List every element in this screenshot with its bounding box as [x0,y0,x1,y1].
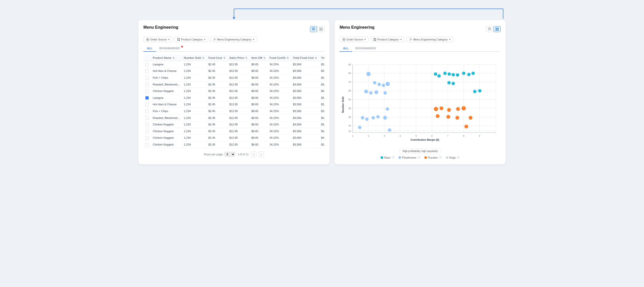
cell-food_cost: $2.45 [206,108,227,115]
row-checkbox[interactable] [145,69,149,73]
col-sales-price[interactable]: Sales Price ⇅ [227,55,250,61]
svg-point-26 [343,39,344,40]
col-product-name[interactable]: Product Name ⇅ [151,55,182,61]
svg-point-100 [447,81,451,84]
table-view-btn[interactable] [310,26,317,32]
svg-point-98 [473,90,476,93]
svg-point-108 [446,115,450,119]
svg-text:90: 90 [348,63,351,66]
cell-number_sold: 1,234 [182,81,207,88]
cell-item_cm: $8.65 [249,101,267,108]
tab-bookmarked-left[interactable]: BOOKMARKED [156,45,183,52]
svg-point-107 [469,116,472,120]
row-checkbox[interactable] [145,110,149,113]
row-checkbox[interactable] [145,136,149,139]
cell-food_cost: $2.45 [206,128,227,134]
tab-all-left[interactable]: ALL [143,45,156,52]
row-checkbox[interactable] [145,76,149,79]
svg-point-86 [386,107,389,111]
cell-item_cm: $8.65 [249,88,267,94]
cell-name: Chicken Nuggets [151,128,182,134]
row-checkbox[interactable] [145,143,149,146]
scatter-chart: Number Sold 90 80 70 60 50 40 30 20 [340,55,501,159]
table-row: Chicken Nuggets1,234$2.45$12.95$8.6534.2… [143,141,325,148]
row-checkbox[interactable] [145,130,149,133]
rows-per-page-select[interactable]: 8 16 32 [224,152,235,157]
cell-item_cm: $8.65 [249,94,267,101]
cell-number_sold: 1,234 [182,141,207,148]
row-checkbox[interactable] [145,89,149,93]
svg-text:40: 40 [348,107,351,110]
cell-number_sold: 1,234 [182,114,207,121]
tab-bookmarked-right[interactable]: BOOKMARKED [352,45,379,52]
cell-number_sold: 1,234 [182,68,207,74]
stars-dot [381,156,383,159]
row-checkbox[interactable] [145,83,149,86]
right-chart-view-btn[interactable] [494,26,501,32]
svg-point-103 [439,106,443,110]
right-tabs: ALL BOOKMARKED [340,45,501,52]
col-total-food-cost[interactable]: Total Food Cost ⇅ [291,55,319,61]
grid-view-btn[interactable] [317,26,325,32]
cell-number_sold: 1,234 [182,94,207,101]
cell-name: Chicken Nuggets [151,121,182,128]
svg-point-78 [369,91,373,94]
row-checkbox[interactable] [145,103,149,106]
order-source-filter[interactable]: Order Source ▾ [143,37,172,42]
right-table-view-btn[interactable] [486,26,493,32]
prev-page-btn[interactable]: ‹ [251,152,256,157]
svg-point-96 [467,73,470,76]
right-order-source-filter[interactable]: Order Source ▾ [340,37,369,42]
cell-number_sold: 1,234 [182,74,207,81]
col-item-cm[interactable]: Item CM ⇅ [249,55,267,61]
legend-puzzles: Puzzles ⓘ [424,156,442,159]
svg-point-93 [452,73,455,76]
row-checkbox[interactable] [145,123,149,126]
next-page-btn[interactable]: › [259,152,264,157]
svg-point-110 [436,114,439,118]
cell-total_food_cost: $3,566 [291,74,319,81]
svg-text:60: 60 [348,89,351,92]
right-product-category-filter[interactable]: Product Category ▾ [371,37,405,42]
svg-rect-19 [488,29,491,29]
col-number-sold[interactable]: Number Sold ⇅ [182,55,207,61]
menu-engineering-filter[interactable]: Menu Engineering Category ▾ [210,37,257,42]
cell-food_cost: $2.45 [206,61,227,68]
svg-rect-23 [496,29,497,31]
cell-item_cm: $8.65 [249,68,267,74]
row-checkbox[interactable] [145,116,149,119]
cell-total_food_cost: $3,566 [291,61,319,68]
svg-point-106 [462,106,466,110]
cell-food_cost_pct: 34.23% [267,81,291,88]
col-food-cost-pct[interactable]: Food Cost% ⇅ [267,55,291,61]
row-checkbox[interactable] [145,63,149,66]
svg-rect-15 [179,38,180,39]
product-category-filter[interactable]: Product Category ▾ [174,37,208,42]
cell-total_food_cost: $3,566 [291,141,319,148]
svg-rect-8 [319,28,321,29]
right-menu-engineering-filter[interactable]: Menu Engineering Category ▾ [407,37,453,42]
tab-all-right[interactable]: ALL [340,45,352,52]
cell-name: Lasagna [151,61,182,68]
table-row: Roasted, Blackened...1,234$2.45$12.95$8.… [143,114,325,121]
svg-point-84 [376,115,380,118]
row-checkbox[interactable] [145,96,149,100]
col-total-sales[interactable]: Total Sales ⇅ [319,55,325,61]
menu-engineering-table: Product Name ⇅ Number Sold ⇅ Food Cost ⇅… [143,55,325,148]
cell-total_food_cost: $3,566 [291,114,319,121]
dogs-dot [446,156,448,159]
svg-point-91 [443,72,447,75]
cell-total_sales: $3,566 [319,81,325,88]
cell-food_cost_pct: 34.23% [267,128,291,134]
cell-number_sold: 1,234 [182,88,207,94]
cell-item_cm: $8.65 [249,121,267,128]
svg-rect-20 [488,30,491,30]
cell-sales_price: $12.95 [227,128,250,134]
cell-total_food_cost: $3,566 [291,121,319,128]
svg-point-76 [386,82,390,86]
cell-food_cost_pct: 34.23% [267,68,291,74]
col-food-cost[interactable]: Food Cost ⇅ [206,55,227,61]
cell-food_cost_pct: 34.23% [267,74,291,81]
svg-text:8: 8 [463,134,464,137]
svg-rect-11 [321,29,323,31]
